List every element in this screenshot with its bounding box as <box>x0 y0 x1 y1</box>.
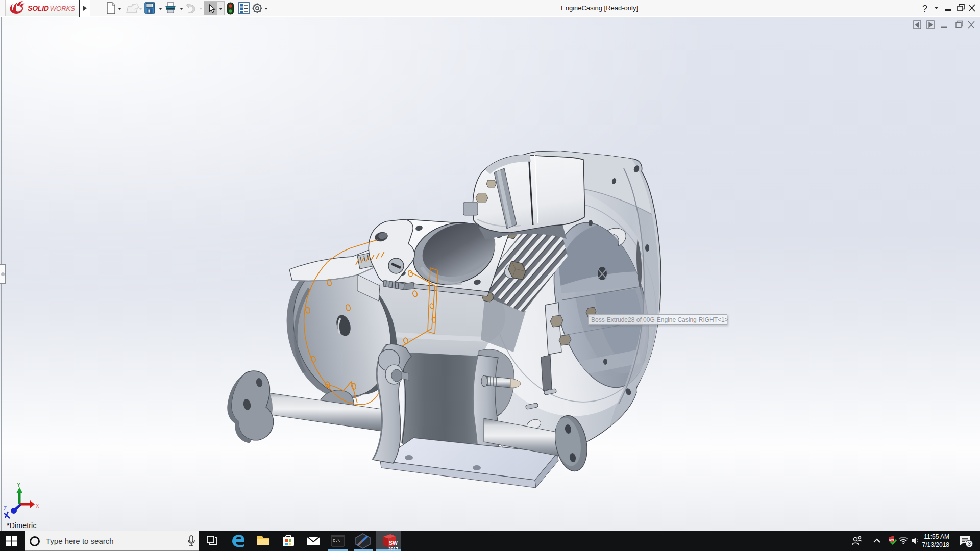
svg-text:sw: sw <box>889 538 894 541</box>
svg-text:Y: Y <box>17 482 21 488</box>
svg-text:C:\_: C:\_ <box>333 538 342 543</box>
svg-text:SOLID: SOLID <box>28 4 49 12</box>
svg-text:3: 3 <box>968 541 971 547</box>
svg-text:Z: Z <box>4 506 7 511</box>
svg-text:WORKS: WORKS <box>50 5 76 12</box>
svg-text:SW: SW <box>389 540 398 546</box>
svg-text:?: ? <box>922 4 927 14</box>
svg-text:X: X <box>36 503 39 509</box>
svg-text:2017: 2017 <box>388 546 398 551</box>
